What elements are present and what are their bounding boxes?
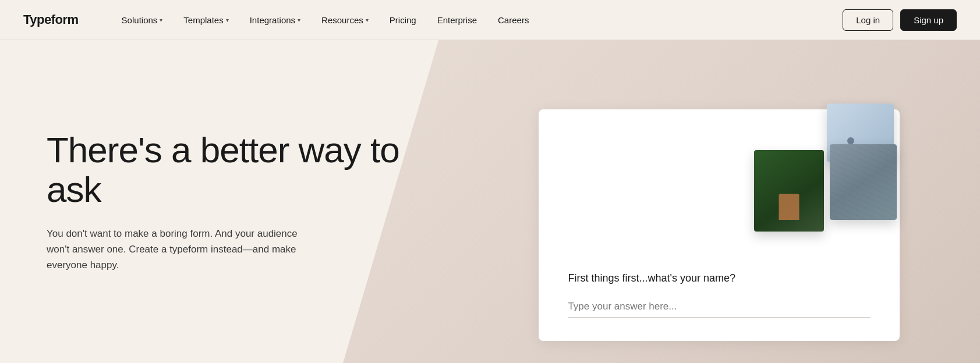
decorative-image-3: [830, 144, 897, 220]
decorative-image-2: [754, 150, 824, 232]
nav-links: Solutions ▾ Templates ▾ Integrations ▾ R…: [114, 10, 843, 30]
nav-item-enterprise[interactable]: Enterprise: [429, 10, 485, 30]
signup-button[interactable]: Sign up: [900, 9, 957, 31]
image-2-inner: [754, 150, 824, 232]
image-3-inner: [830, 144, 897, 220]
nav-label-solutions: Solutions: [122, 15, 158, 25]
hero-right: First things first...what's your name?: [470, 40, 980, 363]
texture-overlay: [830, 144, 897, 220]
nav-item-templates[interactable]: Templates ▾: [175, 10, 236, 30]
login-button[interactable]: Log in: [843, 9, 893, 31]
form-answer-input[interactable]: [568, 296, 871, 318]
nav-label-templates: Templates: [183, 15, 223, 25]
chevron-down-icon: ▾: [226, 17, 229, 23]
chair-shape: [779, 194, 799, 220]
hero-subtext: You don't want to make a boring form. An…: [47, 226, 303, 273]
logo[interactable]: Typeform: [23, 12, 79, 27]
nav-label-enterprise: Enterprise: [437, 15, 477, 25]
chevron-down-icon: ▾: [160, 17, 162, 23]
nav-item-solutions[interactable]: Solutions ▾: [114, 10, 171, 30]
nav-item-resources[interactable]: Resources ▾: [313, 10, 377, 30]
nav-label-pricing: Pricing: [390, 15, 416, 25]
chevron-down-icon: ▾: [366, 17, 369, 23]
nav-item-careers[interactable]: Careers: [490, 10, 537, 30]
form-demo-card: First things first...what's your name?: [539, 109, 900, 341]
decorative-circle: [847, 137, 854, 144]
form-question: First things first...what's your name?: [568, 272, 871, 284]
nav-auth: Log in Sign up: [843, 9, 957, 31]
hero-headline: There's a better way to ask: [47, 130, 436, 209]
nav-label-careers: Careers: [498, 15, 529, 25]
nav-item-integrations[interactable]: Integrations ▾: [242, 10, 309, 30]
chevron-down-icon: ▾: [298, 17, 300, 23]
nav-item-pricing[interactable]: Pricing: [381, 10, 424, 30]
hero-left: There's a better way to ask You don't wa…: [0, 40, 470, 363]
nav-label-integrations: Integrations: [250, 15, 295, 25]
navbar: Typeform Solutions ▾ Templates ▾ Integra…: [0, 0, 980, 40]
hero-section: There's a better way to ask You don't wa…: [0, 40, 980, 363]
nav-label-resources: Resources: [321, 15, 363, 25]
